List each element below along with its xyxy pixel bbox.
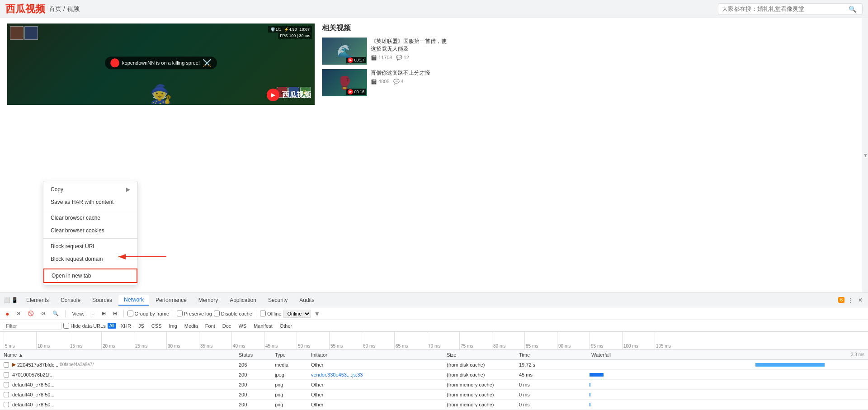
all-badge[interactable]: All bbox=[108, 323, 116, 329]
col-header-status[interactable]: Status bbox=[237, 352, 273, 358]
search-input[interactable] bbox=[722, 5, 849, 12]
filter-other[interactable]: Other bbox=[277, 323, 295, 329]
table-row[interactable]: default40_c78f50... 200 png Other (from … bbox=[0, 400, 868, 410]
ruler-mark-25ms: 25 ms bbox=[134, 332, 166, 349]
related-title: 相关视频 bbox=[322, 24, 448, 33]
ruler-mark-70ms: 70 ms bbox=[427, 332, 459, 349]
row-status-5: 200 bbox=[237, 402, 273, 407]
view-grid-btn[interactable]: ⊞ bbox=[99, 310, 108, 317]
record-btn[interactable]: ● bbox=[3, 309, 12, 318]
menu-divider-3 bbox=[43, 267, 137, 267]
search-btn[interactable]: 🔍 bbox=[50, 310, 61, 317]
filter-font[interactable]: Font bbox=[203, 323, 218, 329]
menu-item-save-har[interactable]: Save as HAR with content bbox=[43, 196, 137, 208]
tab-console[interactable]: Console bbox=[55, 295, 86, 305]
character-silhouette: 🧙 bbox=[150, 84, 172, 105]
filter-img[interactable]: Img bbox=[166, 323, 179, 329]
filter-media[interactable]: Media bbox=[182, 323, 201, 329]
ruler-mark-5ms: 5 ms bbox=[4, 332, 36, 349]
devtools-menu-btn[interactable]: ⋮ bbox=[846, 296, 854, 304]
col-header-name[interactable]: Name ▲ bbox=[2, 352, 237, 358]
related-thumb-2[interactable]: ▶ 00:16 🥊 bbox=[322, 69, 367, 96]
filter-input[interactable] bbox=[3, 322, 61, 330]
comment-count-1: 💬 12 bbox=[396, 55, 409, 61]
tab-network[interactable]: Network bbox=[118, 295, 149, 306]
filter-js[interactable]: JS bbox=[136, 323, 147, 329]
row-status-4: 200 bbox=[237, 392, 273, 397]
table-row[interactable]: 4701000576b21f... 200 jpeg vendor.330e45… bbox=[0, 370, 868, 380]
menu-item-clear-cookies[interactable]: Clear browser cookies bbox=[43, 224, 137, 237]
devtools-device-icon[interactable]: 📱 bbox=[11, 297, 18, 303]
tab-security[interactable]: Security bbox=[263, 295, 293, 305]
table-header: Name ▲ Status Type Initiator Size Time W… bbox=[0, 350, 868, 360]
filter-ws[interactable]: WS bbox=[236, 323, 249, 329]
menu-item-open-new-tab[interactable]: Open in new tab bbox=[43, 269, 137, 283]
table-row[interactable]: ▶ 2204517a87bfdc... 00fabef4a3a8e7/ 206 … bbox=[0, 360, 868, 370]
throttle-expand-icon[interactable]: ▼ bbox=[314, 310, 320, 317]
menu-item-block-url[interactable]: Block request URL bbox=[43, 240, 137, 253]
row-time-5: 0 ms bbox=[517, 402, 590, 407]
kill-banner: kopendownNN is on a killing spree! ⚔️ bbox=[105, 57, 217, 69]
tab-memory[interactable]: Memory bbox=[193, 295, 223, 305]
row-type-4: png bbox=[273, 392, 309, 397]
network-table: Name ▲ Status Type Initiator Size Time W… bbox=[0, 350, 868, 410]
ruler-mark-85ms: 85 ms bbox=[524, 332, 557, 349]
filter-xhr[interactable]: XHR bbox=[118, 323, 134, 329]
related-info-2: 盲僧你这套路不上分才怪 🎬 4805 💬 4 bbox=[371, 69, 448, 85]
menu-item-clear-cache[interactable]: Clear browser cache bbox=[43, 212, 137, 224]
kill-text: kopendownNN is on a killing spree! bbox=[122, 60, 200, 66]
row-time-2: 45 ms bbox=[517, 372, 590, 377]
throttle-select[interactable]: Online bbox=[283, 310, 311, 318]
row-initiator-2: vendor.330e453....js:33 bbox=[309, 372, 445, 377]
filter-css[interactable]: CSS bbox=[149, 323, 165, 329]
site-logo[interactable]: 西瓜视频 bbox=[5, 2, 45, 16]
row-size-1: (from disk cache) bbox=[445, 362, 517, 368]
related-thumb-1[interactable]: ▶ 00:17 🌊 bbox=[322, 38, 367, 65]
row-type-3: png bbox=[273, 382, 309, 387]
view-icons-btn[interactable]: ⊟ bbox=[110, 310, 120, 317]
devtools-inspect-icon[interactable]: ⬜ bbox=[4, 297, 10, 303]
disable-cache-checkbox[interactable]: Disable cache bbox=[214, 311, 252, 316]
video-player[interactable]: kopendownNN is on a killing spree! ⚔️ 🧙 … bbox=[7, 24, 315, 105]
tab-audits[interactable]: Audits bbox=[294, 295, 320, 305]
related-item-1[interactable]: ▶ 00:17 🌊 《英雄联盟》国服第一首僧，使这招竟无人能及 🎬 11708 … bbox=[322, 38, 448, 65]
col-header-initiator[interactable]: Initiator bbox=[309, 352, 445, 358]
search-icon[interactable]: 🔍 bbox=[849, 5, 856, 13]
tab-performance[interactable]: Performance bbox=[150, 295, 192, 305]
tab-application[interactable]: Application bbox=[224, 295, 262, 305]
filter-doc[interactable]: Doc bbox=[220, 323, 234, 329]
preserve-log-checkbox[interactable]: Preserve log bbox=[177, 311, 212, 316]
table-row[interactable]: default40_c78f50... 200 png Other (from … bbox=[0, 390, 868, 400]
hide-data-urls-checkbox[interactable]: Hide data URLs bbox=[63, 323, 106, 329]
ruler-mark-20ms: 20 ms bbox=[101, 332, 134, 349]
search-bar[interactable]: 🔍 bbox=[718, 3, 863, 15]
clear-btn[interactable]: 🚫 bbox=[25, 310, 37, 317]
menu-item-copy[interactable]: Copy ▶ bbox=[43, 183, 137, 196]
breadcrumb: 首页 / 视频 bbox=[49, 5, 80, 13]
separator-4 bbox=[256, 310, 256, 317]
filter-manifest[interactable]: Manifest bbox=[251, 323, 275, 329]
row-size-4: (from memory cache) bbox=[445, 392, 517, 397]
col-header-type[interactable]: Type bbox=[273, 352, 309, 358]
col-header-time[interactable]: Time bbox=[517, 352, 590, 358]
devtools-controls: 6 ⋮ ✕ bbox=[838, 296, 864, 304]
view-list-btn[interactable]: ≡ bbox=[89, 310, 97, 317]
menu-item-block-domain[interactable]: Block request domain bbox=[43, 253, 137, 265]
table-row[interactable]: default40_c78f50... 200 png Other (from … bbox=[0, 380, 868, 390]
ruler-mark-10ms: 10 ms bbox=[36, 332, 69, 349]
tab-elements[interactable]: Elements bbox=[21, 295, 54, 305]
filter-btn[interactable]: ⊘ bbox=[38, 310, 48, 317]
related-item-2[interactable]: ▶ 00:16 🥊 盲僧你这套路不上分才怪 🎬 4805 💬 4 bbox=[322, 69, 448, 96]
group-frame-checkbox[interactable]: Group by frame bbox=[127, 311, 169, 316]
related-title-text-1: 《英雄联盟》国服第一首僧，使这招竟无人能及 bbox=[371, 38, 448, 53]
row-status-3: 200 bbox=[237, 382, 273, 387]
tab-sources[interactable]: Sources bbox=[87, 295, 118, 305]
devtools-close-btn[interactable]: ✕ bbox=[856, 296, 864, 304]
row-waterfall-5 bbox=[590, 401, 866, 408]
offline-checkbox[interactable]: Offline bbox=[260, 311, 282, 316]
ruler-mark-105ms: 105 ms bbox=[655, 332, 687, 349]
right-scrollbar[interactable]: ▼ bbox=[863, 18, 868, 292]
col-header-size[interactable]: Size bbox=[445, 352, 517, 358]
stop-btn[interactable]: ⊘ bbox=[14, 310, 23, 317]
col-header-waterfall[interactable]: Waterfall 3.3 ms bbox=[590, 352, 866, 358]
